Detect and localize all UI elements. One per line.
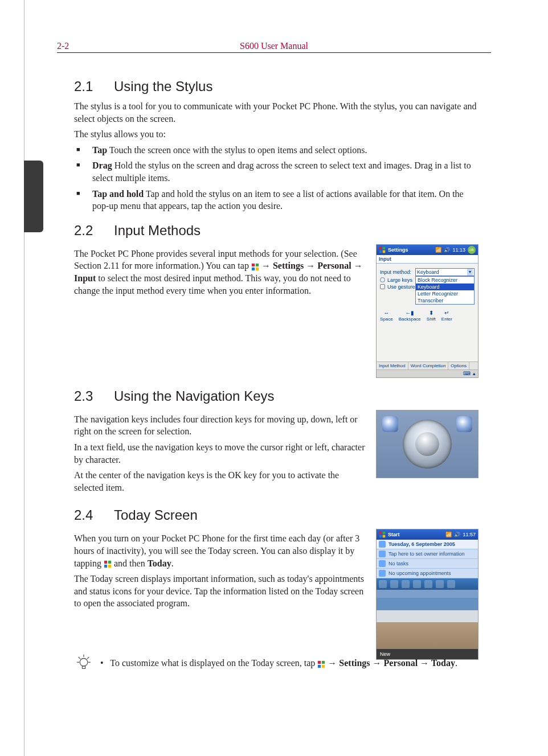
- label-large-keys: Large keys: [387, 277, 412, 283]
- wm-title: Settings: [388, 247, 408, 253]
- tasks-icon: [379, 560, 386, 567]
- tray-icon[interactable]: [424, 580, 432, 588]
- paragraph: At the center of the navigation keys is …: [74, 469, 366, 494]
- dropdown-input-method[interactable]: Keyboard ▾: [415, 268, 475, 276]
- svg-rect-10: [104, 565, 107, 568]
- ok-key: [415, 432, 439, 456]
- paragraph: The stylus allows you to:: [74, 128, 479, 141]
- paragraph: The Pocket PC Phone provides several inp…: [74, 248, 366, 297]
- list-term: Tap and hold: [92, 189, 144, 199]
- list-term: Drag: [92, 161, 112, 170]
- screenshot-input-settings: Settings 📶 🔊 11:13 ok Input Input method…: [376, 244, 479, 378]
- enter-gesture-icon: ↵: [443, 310, 450, 316]
- wm-time: 11:57: [463, 532, 476, 537]
- windows-start-icon: [379, 246, 386, 253]
- heading-number: 2.3: [74, 388, 114, 404]
- tab-input-method[interactable]: Input Method: [377, 362, 408, 369]
- heading-title: Today Screen: [114, 507, 198, 523]
- list-text: Tap and hold the stylus on an item to se…: [92, 189, 464, 211]
- svg-point-16: [80, 659, 88, 667]
- chapter-tab-label: Basic Operation: [0, 146, 7, 217]
- dropdown-option-selected[interactable]: Keyboard: [416, 284, 474, 290]
- tab-options[interactable]: Options: [448, 362, 469, 369]
- svg-rect-25: [318, 664, 321, 667]
- windows-start-icon: [251, 263, 259, 271]
- gesture-label: Shift: [427, 317, 436, 322]
- speaker-icon: 🔊: [454, 532, 460, 537]
- paragraph: When you turn on your Pocket PC Phone fo…: [74, 532, 366, 569]
- dropdown-option[interactable]: Block Recognizer: [416, 277, 474, 284]
- sip-bar: ⌨▴: [377, 369, 478, 377]
- today-wallpaper: [377, 590, 478, 649]
- signal-icon: 📶: [435, 247, 441, 253]
- tray-icon[interactable]: [447, 580, 455, 588]
- text-bold: Today: [148, 558, 171, 568]
- text: to select the most desired input method.…: [74, 273, 351, 295]
- today-item-date[interactable]: Tuesday, 6 September 2005: [377, 540, 478, 549]
- paragraph: In a text field, use the navigation keys…: [74, 441, 366, 466]
- figure-navigation-pad: [376, 410, 479, 478]
- tray-icon[interactable]: [402, 580, 410, 588]
- text: .: [455, 658, 457, 668]
- svg-rect-17: [82, 666, 85, 668]
- ok-button[interactable]: ok: [468, 246, 476, 254]
- tray-icon[interactable]: [413, 580, 421, 588]
- gesture-label: Enter: [441, 317, 452, 322]
- svg-rect-14: [379, 535, 382, 538]
- svg-rect-1: [256, 264, 259, 266]
- owner-icon: [379, 550, 386, 557]
- svg-rect-6: [379, 250, 382, 253]
- clock-icon: [379, 541, 386, 548]
- dropdown-value: Keyboard: [417, 269, 439, 275]
- gesture-row: ↔Space ←▮Backspace ⬍Shift ↵Enter: [380, 310, 475, 322]
- chevron-up-icon[interactable]: ▴: [473, 371, 476, 376]
- tray-icon[interactable]: [379, 580, 387, 588]
- svg-line-21: [79, 657, 80, 659]
- running-header: S600 User Manual: [0, 41, 548, 51]
- list-item: Tap and hold Tap and hold the stylus on …: [90, 188, 479, 212]
- paragraph: The stylus is a tool for you to communic…: [74, 100, 479, 125]
- wm-tabs: Input Method Word Completion Options: [377, 361, 478, 369]
- heading-2-4: 2.4Today Screen: [74, 507, 479, 523]
- heading-title: Input Methods: [114, 223, 201, 238]
- heading-2-2: 2.2Input Methods: [74, 223, 479, 239]
- tab-word-completion[interactable]: Word Completion: [408, 362, 449, 369]
- heading-2-3: 2.3Using the Navigation Keys: [74, 388, 479, 404]
- svg-rect-5: [383, 247, 386, 250]
- svg-rect-0: [252, 264, 255, 266]
- dropdown-option[interactable]: Letter Recognizer: [416, 290, 474, 297]
- today-item-owner[interactable]: Tap here to set owner information: [377, 549, 478, 559]
- svg-rect-11: [108, 565, 111, 568]
- label-input-method: Input method:: [380, 269, 413, 275]
- svg-rect-3: [256, 268, 259, 270]
- text-bold: Settings → Personal → Today: [339, 658, 455, 668]
- keyboard-icon[interactable]: ⌨: [463, 371, 471, 376]
- signal-icon: 📶: [445, 532, 452, 537]
- list-text: Hold the stylus on the screen and drag a…: [92, 161, 471, 183]
- dropdown-option[interactable]: Transcriber: [416, 297, 474, 304]
- item-text: Tuesday, 6 September 2005: [388, 541, 455, 547]
- tray-icon[interactable]: [436, 580, 444, 588]
- heading-title: Using the Stylus: [114, 79, 212, 94]
- svg-rect-15: [383, 535, 386, 538]
- today-tray: [377, 578, 478, 590]
- today-item-tasks[interactable]: No tasks: [377, 559, 478, 569]
- checkbox-use-gestures[interactable]: [380, 284, 385, 289]
- list-item: Tap Touch the screen once with the stylu…: [90, 144, 479, 157]
- list-term: Tap: [92, 145, 107, 155]
- text: →: [261, 261, 273, 270]
- radio-large-keys[interactable]: [380, 277, 385, 282]
- dropdown-list: Block Recognizer Keyboard Letter Recogni…: [415, 276, 475, 305]
- tray-icon[interactable]: [390, 580, 398, 588]
- heading-number: 2.2: [74, 223, 114, 239]
- bullet-list: Tap Touch the screen once with the stylu…: [74, 144, 479, 212]
- wm-title-bar: Start 📶 🔊 11:57: [377, 529, 478, 540]
- chapter-tab: Basic Operation: [24, 161, 43, 232]
- calendar-icon: [379, 570, 386, 577]
- svg-rect-26: [322, 664, 325, 667]
- text: and then: [114, 558, 148, 568]
- item-text: No upcoming appointments: [388, 570, 451, 576]
- today-item-appointments[interactable]: No upcoming appointments: [377, 569, 478, 578]
- chevron-down-icon: ▾: [467, 269, 473, 276]
- wm-title-bar: Settings 📶 🔊 11:13 ok: [377, 245, 478, 255]
